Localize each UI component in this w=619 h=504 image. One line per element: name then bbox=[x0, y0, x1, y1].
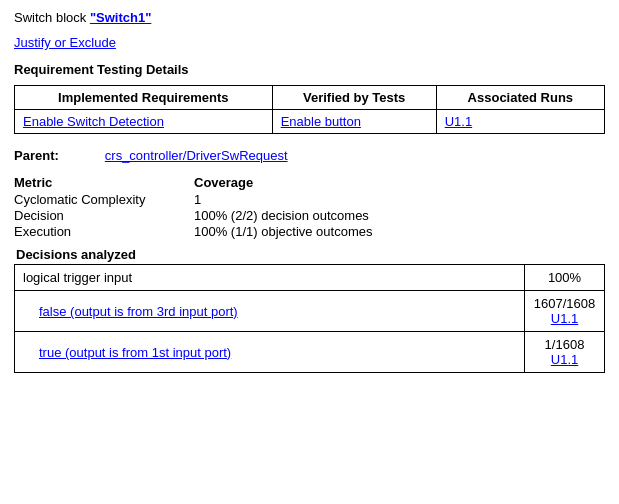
decision-false-link[interactable]: false (output is from 3rd input port) bbox=[39, 304, 238, 319]
decision-false-count: 1607/1608 bbox=[534, 296, 595, 311]
metric-col-header: Metric bbox=[14, 175, 194, 190]
metric-decision-value: 100% (2/2) decision outcomes bbox=[194, 208, 369, 223]
req-link[interactable]: Enable Switch Detection bbox=[23, 114, 164, 129]
coverage-col-header: Coverage bbox=[194, 175, 253, 190]
requirements-table: Implemented Requirements Verified by Tes… bbox=[14, 85, 605, 134]
decision-true-link[interactable]: true (output is from 1st input port) bbox=[39, 345, 231, 360]
parent-link[interactable]: crs_controller/DriverSwRequest bbox=[105, 148, 288, 163]
req-testing-title: Requirement Testing Details bbox=[14, 62, 605, 77]
metrics-section: Metric Coverage Cyclomatic Complexity 1 … bbox=[14, 175, 605, 239]
page-title: Switch block "Switch1" bbox=[14, 10, 605, 25]
metric-execution-value: 100% (1/1) objective outcomes bbox=[194, 224, 372, 239]
decision-row-trigger: logical trigger input 100% bbox=[15, 265, 605, 291]
title-prefix: Switch block bbox=[14, 10, 90, 25]
decision-value-trigger: 100% bbox=[525, 265, 605, 291]
metric-cyclomatic-value: 1 bbox=[194, 192, 201, 207]
justify-exclude-link[interactable]: Justify or Exclude bbox=[14, 35, 116, 50]
col-header-tests: Verified by Tests bbox=[272, 86, 436, 110]
parent-label: Parent: bbox=[14, 148, 59, 163]
decisions-title: Decisions analyzed bbox=[14, 247, 605, 262]
col-header-req: Implemented Requirements bbox=[15, 86, 273, 110]
table-row: Enable Switch Detection Enable button U1… bbox=[15, 110, 605, 134]
decision-true-count: 1/1608 bbox=[545, 337, 585, 352]
decision-true-run-link[interactable]: U1.1 bbox=[551, 352, 578, 367]
decision-label-trigger: logical trigger input bbox=[15, 265, 525, 291]
decision-value-true: 1/1608 U1.1 bbox=[525, 332, 605, 373]
metric-decision-label: Decision bbox=[14, 208, 194, 223]
parent-section: Parent: crs_controller/DriverSwRequest bbox=[14, 148, 605, 163]
runs-link[interactable]: U1.1 bbox=[445, 114, 472, 129]
decisions-table: logical trigger input 100% false (output… bbox=[14, 264, 605, 373]
metric-execution-label: Execution bbox=[14, 224, 194, 239]
col-header-runs: Associated Runs bbox=[436, 86, 604, 110]
switch1-link[interactable]: "Switch1" bbox=[90, 10, 151, 25]
decision-label-false: false (output is from 3rd input port) bbox=[15, 291, 525, 332]
test-link[interactable]: Enable button bbox=[281, 114, 361, 129]
decision-label-true: true (output is from 1st input port) bbox=[15, 332, 525, 373]
decision-value-false: 1607/1608 U1.1 bbox=[525, 291, 605, 332]
decision-row-true: true (output is from 1st input port) 1/1… bbox=[15, 332, 605, 373]
decision-row-false: false (output is from 3rd input port) 16… bbox=[15, 291, 605, 332]
decision-false-run-link[interactable]: U1.1 bbox=[551, 311, 578, 326]
metric-cyclomatic-label: Cyclomatic Complexity bbox=[14, 192, 194, 207]
